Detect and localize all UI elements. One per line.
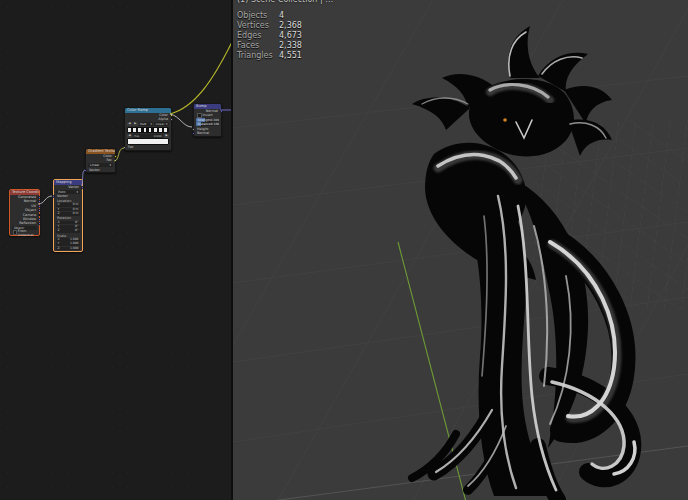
statistics-overlay: Objects4 Vertices2,368 Edges4,673 Faces2… bbox=[237, 11, 333, 61]
socket-dot[interactable] bbox=[220, 110, 223, 113]
position-slider[interactable]: Pos0.000 bbox=[133, 134, 163, 138]
3d-viewport[interactable]: (1) Scene Collection | … Objects4 Vertic… bbox=[233, 0, 688, 500]
socket-normal-in[interactable]: Normal bbox=[194, 131, 221, 135]
node-color-ramp[interactable]: Color Ramp Color Alpha ◀ ▶ RGB▾ Linear▾ … bbox=[124, 107, 172, 151]
type-dropdown[interactable]: Point▾ bbox=[56, 190, 80, 194]
socket-dot[interactable] bbox=[38, 214, 41, 217]
socket-dot[interactable] bbox=[38, 205, 41, 208]
blender-window: Texture Coordinate Generated Normal UV O… bbox=[0, 0, 688, 500]
stat-vertices: Vertices2,368 bbox=[237, 21, 333, 31]
stop-next-button[interactable]: ▶ bbox=[164, 134, 169, 138]
socket-dot[interactable] bbox=[170, 114, 173, 117]
socket-dot[interactable] bbox=[170, 118, 173, 121]
node-link-wires bbox=[0, 0, 231, 500]
socket-dot[interactable] bbox=[38, 218, 41, 221]
socket-dot[interactable] bbox=[52, 195, 55, 198]
chevron-down-icon: ▾ bbox=[109, 163, 111, 167]
socket-dot[interactable] bbox=[192, 132, 195, 135]
node-texture-coordinate[interactable]: Texture Coordinate Generated Normal UV O… bbox=[9, 189, 40, 236]
socket-alpha-out[interactable]: Alpha bbox=[125, 117, 171, 121]
socket-fac-in[interactable]: Fac bbox=[125, 145, 171, 149]
socket-vector-out[interactable]: Vector bbox=[54, 185, 82, 189]
socket-dot[interactable] bbox=[114, 159, 117, 162]
scale-z[interactable]: Z1.000 bbox=[56, 247, 80, 251]
chevron-down-icon: ▾ bbox=[76, 190, 78, 194]
node-bump[interactable]: Bump Normal Invert Strength0.300 Distanc… bbox=[193, 103, 222, 137]
color-ramp-gradient[interactable] bbox=[127, 127, 169, 134]
invert-checkbox[interactable]: Invert bbox=[194, 113, 221, 117]
object-origin-dot[interactable] bbox=[503, 118, 507, 122]
chevron-down-icon: ▾ bbox=[166, 122, 167, 126]
node-gradient-texture[interactable]: Gradient Texture Color Fac Linear▾ Vecto… bbox=[85, 148, 116, 173]
strength-slider[interactable]: Strength0.300 bbox=[196, 118, 219, 122]
socket-reflection[interactable]: Reflection bbox=[10, 221, 39, 225]
from-instancer-checkbox[interactable]: From Instancer bbox=[10, 231, 39, 235]
stop-prev-button[interactable]: ◀ bbox=[127, 134, 132, 138]
socket-dot[interactable] bbox=[192, 128, 195, 131]
node-mapping[interactable]: Mapping Vector Point▾ Vector Location X0… bbox=[53, 179, 83, 252]
socket-dot[interactable] bbox=[38, 200, 41, 203]
interpolation-dropdown[interactable]: Linear▾ bbox=[88, 163, 113, 167]
stat-objects: Objects4 bbox=[237, 11, 333, 21]
stat-faces: Faces2,338 bbox=[237, 41, 333, 51]
socket-fac-out[interactable]: Fac bbox=[86, 158, 115, 162]
viewport-context-label: (1) Scene Collection | … bbox=[237, 0, 333, 4]
creature-silhouette bbox=[412, 26, 632, 500]
prev-stop-button[interactable]: ◀ bbox=[127, 122, 132, 126]
stat-triangles: Triangles4,551 bbox=[237, 51, 333, 61]
viewport-overlay: (1) Scene Collection | … Objects4 Vertic… bbox=[237, 0, 333, 61]
socket-dot[interactable] bbox=[81, 186, 84, 189]
socket-dot[interactable] bbox=[84, 169, 87, 172]
hair-creature-mesh[interactable] bbox=[398, 26, 670, 500]
active-stop-color-field[interactable] bbox=[127, 138, 169, 145]
next-stop-button[interactable]: ▶ bbox=[133, 122, 138, 126]
socket-vector-in[interactable]: Vector bbox=[54, 194, 82, 198]
chevron-down-icon: ▾ bbox=[151, 122, 152, 126]
socket-dot[interactable] bbox=[38, 209, 41, 212]
socket-vector-in[interactable]: Vector bbox=[86, 168, 115, 172]
ramp-interpolation-dropdown[interactable]: Linear▾ bbox=[154, 122, 169, 126]
location-z[interactable]: Z0 m bbox=[56, 212, 80, 216]
color-mode-dropdown[interactable]: RGB▾ bbox=[139, 122, 154, 126]
socket-dot[interactable] bbox=[114, 155, 117, 158]
stat-edges: Edges4,673 bbox=[237, 31, 333, 41]
shader-node-editor[interactable]: Texture Coordinate Generated Normal UV O… bbox=[0, 0, 231, 500]
socket-dot[interactable] bbox=[38, 222, 41, 225]
socket-dot[interactable] bbox=[123, 146, 126, 149]
distance-slider[interactable]: Distance0.100 bbox=[196, 122, 219, 126]
checkbox-icon[interactable] bbox=[13, 230, 17, 235]
checkbox-icon[interactable] bbox=[197, 113, 202, 118]
rotation-z[interactable]: Z0° bbox=[56, 229, 80, 233]
socket-dot[interactable] bbox=[38, 196, 41, 199]
socket-normal-out[interactable]: Normal bbox=[194, 109, 221, 113]
